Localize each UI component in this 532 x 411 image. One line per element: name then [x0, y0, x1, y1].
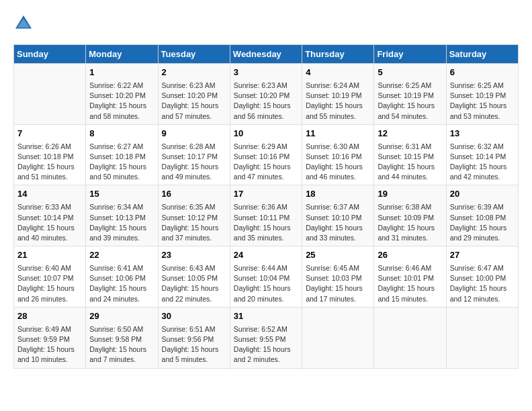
day-number: 30: [162, 310, 226, 323]
calendar-cell: 1Sunrise: 6:22 AM Sunset: 10:20 PM Dayli…: [86, 64, 158, 125]
day-number: 10: [234, 128, 298, 140]
day-info: Sunrise: 6:27 AM Sunset: 10:18 PM Daylig…: [89, 142, 154, 183]
calendar-cell: 31Sunrise: 6:52 AM Sunset: 9:55 PM Dayli…: [230, 307, 302, 368]
day-number: 6: [450, 66, 515, 79]
day-info: Sunrise: 6:34 AM Sunset: 10:13 PM Daylig…: [89, 202, 154, 243]
calendar-cell: 5Sunrise: 6:25 AM Sunset: 10:19 PM Dayli…: [374, 64, 446, 125]
calendar-cell: 13Sunrise: 6:32 AM Sunset: 10:14 PM Dayl…: [446, 124, 518, 185]
day-number: 8: [89, 128, 154, 140]
calendar-cell: 4Sunrise: 6:24 AM Sunset: 10:19 PM Dayli…: [302, 64, 374, 125]
day-number: 25: [306, 249, 370, 262]
day-info: Sunrise: 6:47 AM Sunset: 10:00 PM Daylig…: [450, 263, 515, 304]
day-info: Sunrise: 6:31 AM Sunset: 10:15 PM Daylig…: [378, 142, 442, 183]
day-info: Sunrise: 6:24 AM Sunset: 10:19 PM Daylig…: [306, 81, 370, 122]
day-info: Sunrise: 6:35 AM Sunset: 10:12 PM Daylig…: [162, 202, 226, 243]
day-info: Sunrise: 6:38 AM Sunset: 10:09 PM Daylig…: [378, 202, 442, 243]
day-number: 3: [234, 66, 298, 79]
day-info: Sunrise: 6:25 AM Sunset: 10:19 PM Daylig…: [450, 81, 515, 122]
day-header-thursday: Thursday: [302, 45, 374, 64]
day-info: Sunrise: 6:40 AM Sunset: 10:07 PM Daylig…: [17, 263, 82, 304]
day-info: Sunrise: 6:43 AM Sunset: 10:05 PM Daylig…: [162, 263, 226, 304]
day-number: 1: [89, 66, 154, 79]
day-number: 26: [378, 249, 442, 262]
calendar-cell: 12Sunrise: 6:31 AM Sunset: 10:15 PM Dayl…: [374, 124, 446, 185]
day-number: 11: [306, 128, 370, 140]
calendar-cell: 26Sunrise: 6:46 AM Sunset: 10:01 PM Dayl…: [374, 246, 446, 308]
calendar-cell: [302, 307, 374, 368]
calendar-cell: 24Sunrise: 6:44 AM Sunset: 10:04 PM Dayl…: [230, 246, 302, 308]
calendar-cell: 17Sunrise: 6:36 AM Sunset: 10:11 PM Dayl…: [230, 185, 302, 246]
calendar-cell: 23Sunrise: 6:43 AM Sunset: 10:05 PM Dayl…: [158, 246, 230, 308]
day-info: Sunrise: 6:29 AM Sunset: 10:16 PM Daylig…: [234, 142, 298, 183]
calendar-cell: [374, 307, 446, 368]
calendar-cell: [14, 64, 86, 125]
calendar-cell: 19Sunrise: 6:38 AM Sunset: 10:09 PM Dayl…: [374, 185, 446, 246]
calendar-cell: 18Sunrise: 6:37 AM Sunset: 10:10 PM Dayl…: [302, 185, 374, 246]
week-row-5: 28Sunrise: 6:49 AM Sunset: 9:59 PM Dayli…: [14, 307, 519, 368]
day-number: 14: [17, 188, 82, 201]
day-info: Sunrise: 6:41 AM Sunset: 10:06 PM Daylig…: [89, 263, 154, 304]
day-number: 16: [162, 188, 226, 201]
calendar-cell: 16Sunrise: 6:35 AM Sunset: 10:12 PM Dayl…: [158, 185, 230, 246]
day-header-monday: Monday: [86, 45, 158, 64]
day-number: 15: [89, 188, 154, 201]
week-row-3: 14Sunrise: 6:33 AM Sunset: 10:14 PM Dayl…: [14, 185, 519, 246]
day-info: Sunrise: 6:49 AM Sunset: 9:59 PM Dayligh…: [17, 324, 82, 365]
calendar-cell: 30Sunrise: 6:51 AM Sunset: 9:56 PM Dayli…: [158, 307, 230, 368]
day-info: Sunrise: 6:52 AM Sunset: 9:55 PM Dayligh…: [234, 324, 298, 365]
day-info: Sunrise: 6:32 AM Sunset: 10:14 PM Daylig…: [450, 142, 515, 183]
day-info: Sunrise: 6:25 AM Sunset: 10:19 PM Daylig…: [378, 81, 442, 122]
day-number: 20: [450, 188, 515, 201]
day-header-friday: Friday: [374, 45, 446, 64]
day-number: 29: [89, 310, 154, 323]
day-info: Sunrise: 6:28 AM Sunset: 10:17 PM Daylig…: [162, 142, 226, 183]
day-info: Sunrise: 6:50 AM Sunset: 9:58 PM Dayligh…: [89, 324, 154, 365]
day-number: 21: [17, 249, 82, 262]
day-number: 4: [306, 66, 370, 79]
day-number: 18: [306, 188, 370, 201]
day-info: Sunrise: 6:23 AM Sunset: 10:20 PM Daylig…: [162, 81, 226, 122]
day-number: 17: [234, 188, 298, 201]
day-number: 7: [17, 128, 82, 140]
day-info: Sunrise: 6:39 AM Sunset: 10:08 PM Daylig…: [450, 202, 515, 243]
calendar-cell: 8Sunrise: 6:27 AM Sunset: 10:18 PM Dayli…: [86, 124, 158, 185]
day-info: Sunrise: 6:26 AM Sunset: 10:18 PM Daylig…: [17, 142, 82, 183]
day-info: Sunrise: 6:22 AM Sunset: 10:20 PM Daylig…: [89, 81, 154, 122]
day-info: Sunrise: 6:30 AM Sunset: 10:16 PM Daylig…: [306, 142, 370, 183]
day-info: Sunrise: 6:36 AM Sunset: 10:11 PM Daylig…: [234, 202, 298, 243]
day-header-sunday: Sunday: [14, 45, 86, 64]
day-number: 22: [89, 249, 154, 262]
day-info: Sunrise: 6:37 AM Sunset: 10:10 PM Daylig…: [306, 202, 370, 243]
day-number: 24: [234, 249, 298, 262]
day-number: 28: [17, 310, 82, 323]
day-number: 5: [378, 66, 442, 79]
calendar-cell: 10Sunrise: 6:29 AM Sunset: 10:16 PM Dayl…: [230, 124, 302, 185]
day-info: Sunrise: 6:46 AM Sunset: 10:01 PM Daylig…: [378, 263, 442, 304]
calendar-cell: 27Sunrise: 6:47 AM Sunset: 10:00 PM Dayl…: [446, 246, 518, 308]
day-header-tuesday: Tuesday: [158, 45, 230, 64]
calendar-cell: [446, 307, 518, 368]
calendar-cell: 25Sunrise: 6:45 AM Sunset: 10:03 PM Dayl…: [302, 246, 374, 308]
calendar-cell: 11Sunrise: 6:30 AM Sunset: 10:16 PM Dayl…: [302, 124, 374, 185]
day-header-saturday: Saturday: [446, 45, 518, 64]
page-header: [13, 13, 519, 34]
calendar-cell: 14Sunrise: 6:33 AM Sunset: 10:14 PM Dayl…: [14, 185, 86, 246]
day-number: 19: [378, 188, 442, 201]
week-row-4: 21Sunrise: 6:40 AM Sunset: 10:07 PM Dayl…: [14, 246, 519, 308]
day-number: 23: [162, 249, 226, 262]
calendar-cell: 20Sunrise: 6:39 AM Sunset: 10:08 PM Dayl…: [446, 185, 518, 246]
logo: [13, 13, 36, 34]
calendar-cell: 28Sunrise: 6:49 AM Sunset: 9:59 PM Dayli…: [14, 307, 86, 368]
day-info: Sunrise: 6:44 AM Sunset: 10:04 PM Daylig…: [234, 263, 298, 304]
week-row-2: 7Sunrise: 6:26 AM Sunset: 10:18 PM Dayli…: [14, 124, 519, 185]
calendar-cell: 2Sunrise: 6:23 AM Sunset: 10:20 PM Dayli…: [158, 64, 230, 125]
calendar-cell: 9Sunrise: 6:28 AM Sunset: 10:17 PM Dayli…: [158, 124, 230, 185]
day-info: Sunrise: 6:23 AM Sunset: 10:20 PM Daylig…: [234, 81, 298, 122]
day-number: 2: [162, 66, 226, 79]
day-number: 27: [450, 249, 515, 262]
calendar-cell: 21Sunrise: 6:40 AM Sunset: 10:07 PM Dayl…: [14, 246, 86, 308]
calendar-cell: 22Sunrise: 6:41 AM Sunset: 10:06 PM Dayl…: [86, 246, 158, 308]
day-number: 9: [162, 128, 226, 140]
calendar-cell: 29Sunrise: 6:50 AM Sunset: 9:58 PM Dayli…: [86, 307, 158, 368]
day-header-wednesday: Wednesday: [230, 45, 302, 64]
